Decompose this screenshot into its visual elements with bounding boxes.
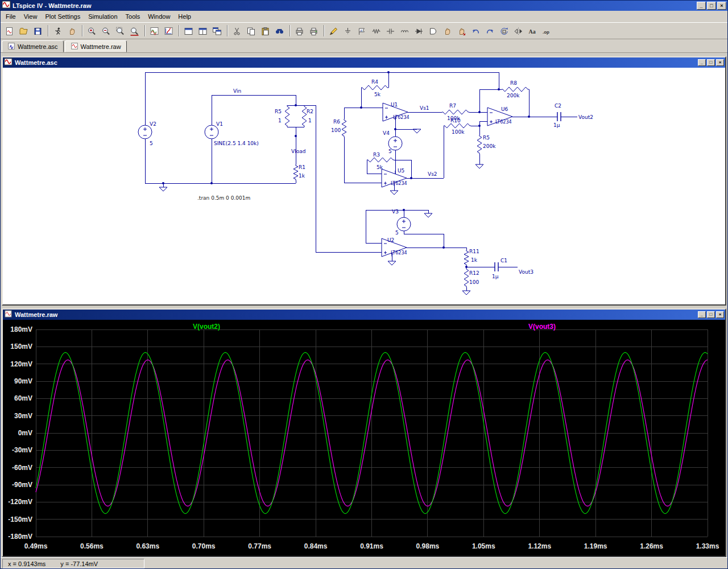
tab-label: Wattmetre.raw	[81, 43, 121, 50]
menu-plot-settings[interactable]: Plot Settings	[41, 11, 84, 22]
mdi-area: Wattmetre.asc _ □ × R51R21R11kR6100R45kR…	[1, 53, 727, 557]
save-icon[interactable]	[32, 24, 45, 37]
open-schematic-icon[interactable]	[3, 24, 16, 37]
close-button[interactable]: ×	[717, 2, 726, 10]
svg-text:V3: V3	[392, 209, 399, 215]
rotate-icon[interactable]	[498, 24, 511, 37]
svg-text:1.05ms: 1.05ms	[472, 542, 495, 550]
svg-text:Vout3: Vout3	[519, 269, 533, 275]
mirror-icon[interactable]	[512, 24, 526, 37]
svg-text:LT6234: LT6234	[391, 250, 407, 255]
plot-window-titlebar[interactable]: Wattmetre.raw _ □ ×	[3, 310, 725, 320]
net-label-icon[interactable]: A	[356, 24, 369, 37]
schematic-tab-icon	[7, 42, 15, 51]
svg-text:U6: U6	[501, 106, 508, 112]
schematic-window-titlebar[interactable]: Wattmetre.asc _ □ ×	[3, 57, 725, 68]
svg-text:0.91ms: 0.91ms	[360, 542, 383, 550]
redo-icon[interactable]	[484, 24, 497, 37]
mark-data-points-icon[interactable]	[163, 24, 176, 37]
run-icon[interactable]	[52, 24, 65, 37]
svg-text:R3: R3	[373, 152, 380, 158]
tab-wattmetre-raw[interactable]: Wattmetre.raw	[65, 40, 127, 52]
zoom-in-icon[interactable]	[86, 24, 99, 37]
menu-help[interactable]: Help	[174, 11, 195, 22]
halt-icon[interactable]	[66, 24, 79, 37]
component-icon[interactable]	[427, 24, 440, 37]
inductor-icon[interactable]	[399, 24, 412, 37]
undo-icon[interactable]	[470, 24, 483, 37]
zoom-area-icon[interactable]	[114, 24, 127, 37]
svg-text:1k: 1k	[299, 173, 305, 179]
svg-text:5k: 5k	[374, 92, 381, 97]
svg-text:R6: R6	[333, 119, 340, 125]
svg-text:.tran 0.5m 0 0.001m: .tran 0.5m 0 0.001m	[197, 195, 250, 201]
schematic-minimize-button[interactable]: _	[698, 59, 706, 66]
menubar: FileViewPlot SettingsSimulationToolsWind…	[1, 11, 727, 22]
tile-vertical-icon[interactable]	[183, 24, 196, 37]
zoom-full-extents-icon[interactable]	[129, 24, 142, 37]
svg-text:120mV: 120mV	[10, 360, 32, 368]
find-icon[interactable]	[274, 24, 287, 37]
capacitor-icon[interactable]	[384, 24, 398, 37]
svg-text:0.98ms: 0.98ms	[416, 542, 440, 550]
autorange-icon[interactable]	[148, 24, 162, 37]
schematic-canvas-area[interactable]: R51R21R11kR6100R45kR35kR7100kR10100kR820…	[3, 68, 725, 304]
schematic-maximize-button[interactable]: □	[707, 59, 715, 66]
menu-tools[interactable]: Tools	[122, 11, 144, 22]
tab-wattmetre-asc[interactable]: Wattmetre.asc	[2, 40, 64, 52]
menu-window[interactable]: Window	[144, 11, 174, 22]
tile-horizontal-icon[interactable]	[197, 24, 210, 37]
move-icon[interactable]	[441, 24, 454, 37]
svg-text:Aa: Aa	[529, 28, 536, 35]
paste-icon[interactable]	[259, 24, 272, 37]
toolbar-separator	[179, 25, 180, 36]
svg-text:-90mV: -90mV	[12, 481, 32, 489]
waveform-plot-area[interactable]: 180mV150mV120mV90mV60mV30mV0mV-30mV-60mV…	[3, 320, 725, 556]
schematic-close-button[interactable]: ×	[716, 59, 724, 66]
resistor-icon[interactable]	[370, 24, 383, 37]
diode-icon[interactable]	[413, 24, 426, 37]
plot-window: Wattmetre.raw _ □ × 180mV150mV120mV90mV6…	[2, 308, 726, 557]
menu-file[interactable]: File	[2, 11, 20, 22]
cut-icon[interactable]	[231, 24, 244, 37]
svg-text:60mV: 60mV	[14, 394, 32, 402]
cursor-readout-panel: x = 0.9143ms y = -77.14mV	[2, 559, 144, 568]
app-icon	[2, 0, 11, 11]
svg-text:100: 100	[469, 279, 479, 285]
spice-directive-icon[interactable]: .op	[541, 24, 554, 37]
statusbar: x = 0.9143ms y = -77.14mV	[1, 557, 727, 569]
svg-text:LT6234: LT6234	[393, 115, 410, 120]
svg-text:V1: V1	[216, 121, 223, 127]
titlebar[interactable]: LTspice IV - Wattmetre.raw _ □ ×	[1, 1, 727, 11]
open-file-icon[interactable]	[18, 24, 31, 37]
plot-maximize-button[interactable]: □	[707, 311, 715, 318]
svg-text:1k: 1k	[471, 257, 478, 263]
svg-text:150mV: 150mV	[10, 343, 32, 351]
svg-text:R5: R5	[483, 135, 490, 141]
print-preview-icon[interactable]	[308, 24, 321, 37]
text-icon[interactable]: Aa	[527, 24, 540, 37]
menu-view[interactable]: View	[20, 11, 42, 22]
plot-window-title: Wattmetre.raw	[15, 311, 696, 318]
ground-icon[interactable]	[342, 24, 355, 37]
svg-text:V(vout2): V(vout2)	[193, 323, 220, 331]
draw-wire-icon[interactable]	[328, 24, 341, 37]
cascade-windows-icon[interactable]	[211, 24, 224, 37]
svg-text:5: 5	[388, 149, 392, 154]
plot-close-button[interactable]: ×	[716, 311, 724, 318]
maximize-button[interactable]: □	[707, 2, 716, 10]
svg-text:Vload: Vload	[291, 149, 305, 154]
menu-simulation[interactable]: Simulation	[84, 11, 121, 22]
print-icon[interactable]	[293, 24, 307, 37]
toolbar-separator	[289, 25, 291, 36]
copy-icon[interactable]	[245, 24, 258, 37]
minimize-button[interactable]: _	[697, 2, 706, 10]
svg-text:1.12ms: 1.12ms	[528, 542, 551, 550]
schematic-canvas[interactable]: R51R21R11kR6100R45kR35kR7100kR10100kR820…	[3, 68, 725, 304]
toolbar-separator	[227, 25, 228, 36]
waveform-plot[interactable]: 180mV150mV120mV90mV60mV30mV0mV-30mV-60mV…	[3, 320, 725, 556]
plot-minimize-button[interactable]: _	[698, 311, 706, 318]
zoom-out-icon[interactable]	[100, 24, 113, 37]
drag-icon[interactable]	[456, 24, 469, 37]
window-title: LTspice IV - Wattmetre.raw	[13, 2, 695, 9]
